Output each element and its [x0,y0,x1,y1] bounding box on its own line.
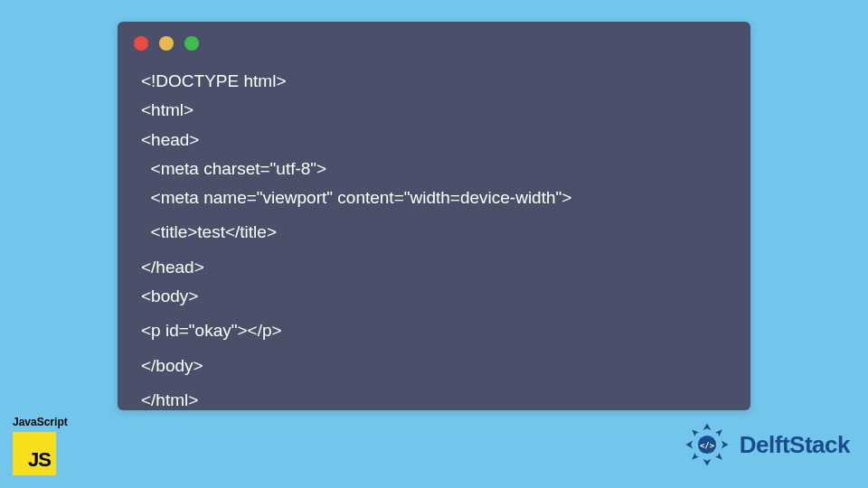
javascript-logo-text: JS [28,448,51,472]
traffic-lights [118,22,750,61]
code-line: <meta name="viewport" content="width=dev… [141,183,727,212]
javascript-badge: JavaScript JS [13,416,68,475]
code-line: </body> [141,352,727,380]
code-window: <!DOCTYPE html> <html> <head> <meta char… [118,22,750,410]
delftstack-badge: </> DelftStack [682,419,850,470]
code-line: <p id="okay"></p> [141,316,727,345]
close-icon[interactable] [134,36,148,51]
code-line: <meta charset="utf-8"> [141,155,727,183]
delftstack-logo-icon: </> [682,419,732,470]
code-line: </head> [141,253,727,282]
javascript-logo-icon: JS [13,432,56,475]
javascript-label: JavaScript [13,416,68,428]
code-line: <body> [141,282,727,311]
code-line: <title>test</title> [141,218,727,247]
delftstack-text: DelftStack [740,431,850,459]
svg-text:</>: </> [700,441,714,450]
minimize-icon[interactable] [159,36,174,51]
code-body: <!DOCTYPE html> <html> <head> <meta char… [118,61,750,433]
code-line: </html> [141,386,727,415]
code-line: <head> [141,126,727,155]
code-line: <html> [141,96,727,125]
code-line: <!DOCTYPE html> [141,67,727,96]
maximize-icon[interactable] [184,36,199,51]
